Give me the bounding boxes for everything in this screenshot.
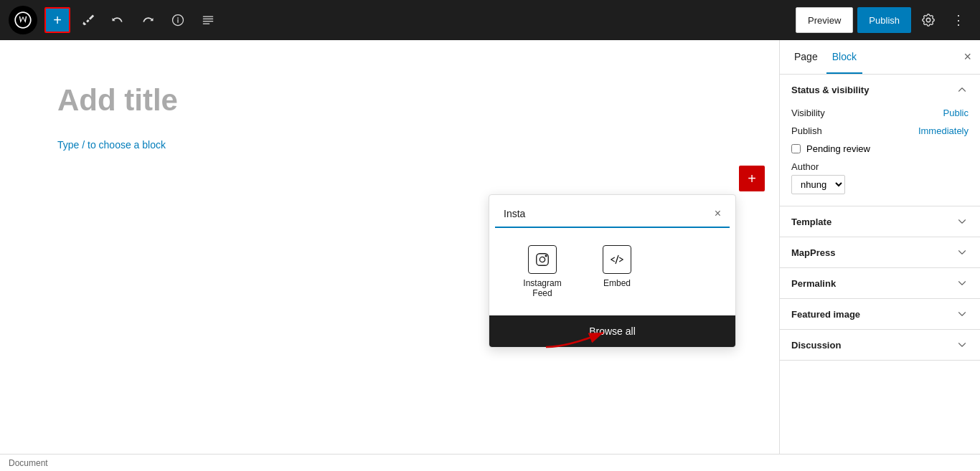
preview-button[interactable]: Preview xyxy=(796,7,853,33)
redo-icon xyxy=(141,13,155,27)
choose-block-prompt[interactable]: Type / to choose a block xyxy=(57,139,722,151)
status-visibility-content: Visibility Public Publish Immediately Pe… xyxy=(780,105,980,206)
visibility-value[interactable]: Public xyxy=(943,108,969,118)
section-template: Template xyxy=(780,206,980,237)
publish-button[interactable]: Publish xyxy=(857,7,911,33)
list-view-button[interactable] xyxy=(195,7,221,33)
search-clear-button[interactable]: × xyxy=(712,207,724,220)
discussion-header[interactable]: Discussion xyxy=(780,330,980,360)
svg-line-5 xyxy=(616,256,618,264)
visibility-row: Visibility Public xyxy=(791,108,969,118)
sidebar-tabs: Page Block × xyxy=(780,40,980,75)
sidebar-close-button[interactable]: × xyxy=(963,49,971,65)
embed-label: Embed xyxy=(603,278,631,288)
author-label: Author xyxy=(791,161,969,172)
status-visibility-header[interactable]: Status & visibility xyxy=(780,75,980,105)
pending-review-label: Pending review xyxy=(806,143,870,154)
template-header[interactable]: Template xyxy=(780,206,980,237)
block-item-embed[interactable]: Embed xyxy=(581,239,653,294)
chevron-down-icon xyxy=(956,215,969,228)
status-visibility-title: Status & visibility xyxy=(791,85,869,95)
pencil-icon-button[interactable] xyxy=(75,7,100,33)
mappress-title: MapPress xyxy=(791,247,835,258)
tab-block[interactable]: Block xyxy=(826,40,862,74)
featured-image-title: Featured image xyxy=(791,309,860,320)
block-item-instagram-feed[interactable]: Instagram Feed xyxy=(507,239,578,304)
editor-area: Add title Type / to choose a block + × xyxy=(0,40,779,471)
status-bar-label: Document xyxy=(9,458,48,468)
chevron-down-icon-4 xyxy=(956,308,969,320)
more-options-button[interactable]: ⋮ xyxy=(946,7,971,33)
template-title: Template xyxy=(791,217,831,227)
permalink-title: Permalink xyxy=(791,278,836,289)
list-view-icon xyxy=(201,13,215,27)
visibility-label: Visibility xyxy=(791,108,825,118)
undo-icon xyxy=(110,13,125,27)
gear-icon xyxy=(920,12,936,28)
discussion-title: Discussion xyxy=(791,340,841,351)
block-search-input[interactable] xyxy=(501,204,712,224)
publish-label: Publish xyxy=(791,125,822,136)
featured-image-header[interactable]: Featured image xyxy=(780,299,980,329)
publish-row: Publish Immediately xyxy=(791,125,969,136)
chevron-up-icon xyxy=(956,83,969,96)
permalink-header[interactable]: Permalink xyxy=(780,268,980,298)
section-featured-image: Featured image xyxy=(780,299,980,330)
instagram-feed-icon xyxy=(528,245,557,274)
settings-button[interactable] xyxy=(915,7,941,33)
add-block-button[interactable]: + xyxy=(44,7,70,33)
right-sidebar: Page Block × Status & visibility Visibil… xyxy=(779,40,980,471)
toolbar: + Preview Publish ⋮ xyxy=(0,0,980,40)
block-search-container: × xyxy=(495,201,730,228)
pending-review-row: Pending review xyxy=(791,143,969,154)
author-select[interactable]: nhung xyxy=(791,175,845,194)
instagram-feed-label: Instagram Feed xyxy=(518,278,567,298)
add-block-inline-button[interactable]: + xyxy=(739,166,765,191)
svg-point-1 xyxy=(926,18,930,22)
section-discussion: Discussion xyxy=(780,330,980,361)
section-mappress: MapPress xyxy=(780,237,980,268)
author-section: Author nhung xyxy=(791,161,969,194)
info-icon xyxy=(171,13,185,27)
info-button[interactable] xyxy=(165,7,191,33)
tab-page[interactable]: Page xyxy=(788,40,824,74)
pencil-icon xyxy=(80,13,95,27)
undo-button[interactable] xyxy=(105,7,131,33)
chevron-down-icon-3 xyxy=(956,277,969,290)
mappress-header[interactable]: MapPress xyxy=(780,237,980,267)
chevron-down-icon-5 xyxy=(956,338,969,351)
redo-button[interactable] xyxy=(135,7,161,33)
svg-point-4 xyxy=(545,255,547,257)
red-arrow-indicator xyxy=(539,311,625,354)
pending-review-checkbox[interactable] xyxy=(791,144,801,153)
svg-point-3 xyxy=(540,257,545,262)
chevron-down-icon-2 xyxy=(956,246,969,259)
publish-value[interactable]: Immediately xyxy=(918,125,969,136)
status-bar: Document xyxy=(0,454,980,471)
embed-icon xyxy=(603,245,631,274)
title-field[interactable]: Add title xyxy=(57,83,722,118)
main-layout: Add title Type / to choose a block + × xyxy=(0,40,980,471)
block-picker-results: Instagram Feed Embed xyxy=(489,228,735,315)
section-status-visibility: Status & visibility Visibility Public Pu… xyxy=(780,75,980,206)
wp-logo xyxy=(9,6,37,34)
section-permalink: Permalink xyxy=(780,268,980,299)
